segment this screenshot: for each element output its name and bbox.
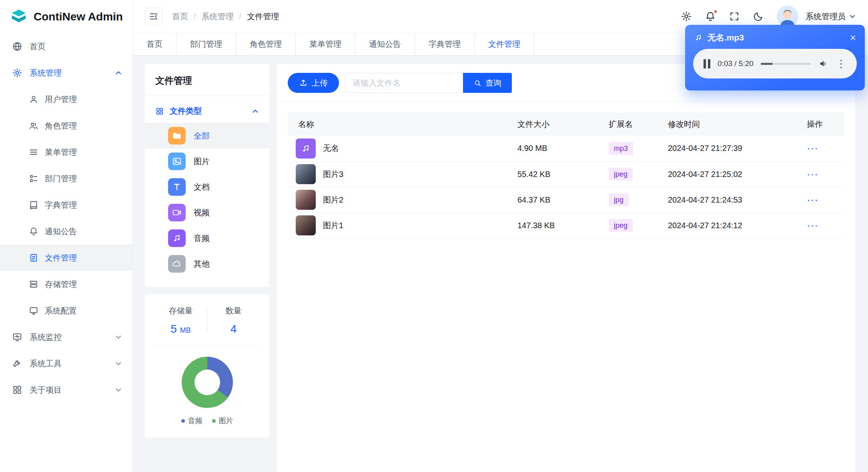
query-button[interactable]: 查询 xyxy=(463,73,512,93)
volume-button[interactable] xyxy=(818,58,829,69)
sidebar-item-home[interactable]: 首页 xyxy=(0,33,132,60)
sidebar-item-label: 文件管理 xyxy=(45,253,77,263)
row-more-button[interactable]: ··· xyxy=(807,194,818,206)
file-type-group-toggle[interactable]: 文件类型 xyxy=(145,96,269,123)
type-item-video[interactable]: 视频 xyxy=(145,200,269,225)
user-menu[interactable]: 系统管理员 xyxy=(777,6,856,27)
book-icon xyxy=(29,200,38,210)
tree-list-icon xyxy=(29,174,38,183)
sidebar: ContiNew Admin 首页 系统管理 用户管理 角色管理 xyxy=(0,0,133,472)
player-time: 0:03 / 5:20 xyxy=(718,59,754,68)
file-name: 图片1 xyxy=(323,220,343,231)
file-name: 无名 xyxy=(323,143,339,154)
chevron-up-icon xyxy=(115,69,122,76)
file-name: 图片3 xyxy=(323,169,343,180)
close-icon[interactable]: × xyxy=(850,32,856,43)
ext-badge: jpeg xyxy=(609,219,633,232)
seek-bar-fill xyxy=(761,63,773,65)
tab-dict[interactable]: 字典管理 xyxy=(415,33,475,55)
music-note-icon xyxy=(694,33,703,42)
type-item-doc[interactable]: 文档 xyxy=(145,174,269,200)
type-item-other[interactable]: 其他 xyxy=(145,251,269,277)
settings-button[interactable] xyxy=(681,11,692,22)
sidebar-item-system[interactable]: 系统管理 xyxy=(0,60,132,86)
sidebar-item-dept-mgmt[interactable]: 部门管理 xyxy=(0,165,132,192)
tab-role[interactable]: 角色管理 xyxy=(236,33,296,55)
type-label: 其他 xyxy=(194,259,210,269)
dark-mode-button[interactable] xyxy=(753,11,764,22)
ext-badge: jpg xyxy=(609,193,629,206)
type-item-all[interactable]: 全部 xyxy=(145,123,269,149)
storage-label: 存储量 xyxy=(154,305,207,316)
sidebar-item-role-mgmt[interactable]: 角色管理 xyxy=(0,112,132,139)
table-row[interactable]: 图片3 55.42 KB jpeg 2024-04-27 21:25:02 ··… xyxy=(288,161,844,187)
tab-notice[interactable]: 通知公告 xyxy=(355,33,415,55)
header-actions: 系统管理员 xyxy=(681,6,856,27)
file-size: 64.37 KB xyxy=(517,187,609,213)
row-more-button[interactable]: ··· xyxy=(807,219,818,231)
row-more-button[interactable]: ··· xyxy=(807,142,818,154)
file-type-panel: 文件管理 文件类型 全部 xyxy=(145,64,269,438)
type-item-image[interactable]: 图片 xyxy=(145,149,269,174)
pause-button[interactable] xyxy=(704,59,710,68)
sidebar-item-label: 菜单管理 xyxy=(45,147,77,158)
grid-small-icon xyxy=(155,107,164,116)
breadcrumb-item[interactable]: 首页 xyxy=(172,11,188,22)
notifications-button[interactable] xyxy=(705,11,716,22)
type-label: 文档 xyxy=(194,182,210,193)
tab-dept[interactable]: 部门管理 xyxy=(176,33,236,55)
tab-menu[interactable]: 菜单管理 xyxy=(296,33,355,55)
sidebar-item-menu-mgmt[interactable]: 菜单管理 xyxy=(0,139,132,165)
search-input[interactable] xyxy=(345,73,463,93)
sidebar-item-about[interactable]: 关于项目 xyxy=(0,377,132,403)
table-row[interactable]: 无名 4.90 MB mp3 2024-04-27 21:27:39 ··· xyxy=(288,136,844,161)
sidebar-item-label: 系统工具 xyxy=(30,358,62,369)
table-row[interactable]: 图片1 147.38 KB jpeg 2024-04-27 21:24:12 ·… xyxy=(288,213,844,238)
storage-value: 5 xyxy=(170,323,177,335)
music-icon xyxy=(168,229,186,247)
type-item-audio[interactable]: 音频 xyxy=(145,225,269,251)
upload-button[interactable]: 上传 xyxy=(288,73,339,93)
fullscreen-button[interactable] xyxy=(729,11,740,22)
image-thumb xyxy=(296,190,316,210)
storage-unit: MB xyxy=(180,326,191,334)
sidebar-item-storage-mgmt[interactable]: 存储管理 xyxy=(0,271,132,297)
legend-dot xyxy=(181,419,185,423)
sidebar-item-user-mgmt[interactable]: 用户管理 xyxy=(0,86,132,112)
count-stat: 数量 4 xyxy=(207,305,260,335)
player-menu-button[interactable]: ⋮ xyxy=(836,58,846,69)
image-thumb xyxy=(296,164,316,184)
sidebar-item-monitoring[interactable]: 系统监控 xyxy=(0,324,132,350)
grid-icon xyxy=(12,385,22,395)
app-logo[interactable]: ContiNew Admin xyxy=(0,0,132,33)
file-icon xyxy=(29,253,38,263)
type-label: 音频 xyxy=(194,233,210,244)
legend-label: 音频 xyxy=(188,416,202,426)
table-header-row: 名称 文件大小 扩展名 修改时间 操作 xyxy=(288,112,844,136)
sidebar-item-notice[interactable]: 通知公告 xyxy=(0,218,132,245)
page-content: 文件管理 文件类型 全部 xyxy=(133,56,868,472)
sidebar-collapse-button[interactable] xyxy=(145,8,162,25)
chevron-down-icon xyxy=(115,360,122,367)
search-group: 查询 xyxy=(345,73,512,93)
sidebar-item-file-mgmt[interactable]: 文件管理 xyxy=(0,245,132,271)
breadcrumb-separator: / xyxy=(239,12,242,21)
sidebar-item-tools[interactable]: 系统工具 xyxy=(0,350,132,377)
tab-home[interactable]: 首页 xyxy=(133,33,176,55)
sidebar-item-dict-mgmt[interactable]: 字典管理 xyxy=(0,192,132,218)
chevron-down-icon xyxy=(115,333,122,341)
sidebar-item-sys-config[interactable]: 系统配置 xyxy=(0,297,132,324)
table-row[interactable]: 图片2 64.37 KB jpg 2024-04-27 21:24:53 ··· xyxy=(288,187,844,213)
chevron-up-icon xyxy=(252,108,259,115)
menu-fold-icon xyxy=(148,11,159,22)
tab-file[interactable]: 文件管理 xyxy=(475,33,534,55)
sidebar-item-label: 角色管理 xyxy=(45,121,77,131)
row-more-button[interactable]: ··· xyxy=(807,168,818,180)
breadcrumb-separator: / xyxy=(194,12,196,21)
sidebar-item-label: 部门管理 xyxy=(45,173,77,184)
users-icon xyxy=(29,121,38,131)
user-name-label: 系统管理员 xyxy=(806,11,846,22)
user-icon xyxy=(29,94,38,104)
breadcrumb-item[interactable]: 系统管理 xyxy=(202,11,234,22)
seek-bar[interactable] xyxy=(761,63,811,65)
